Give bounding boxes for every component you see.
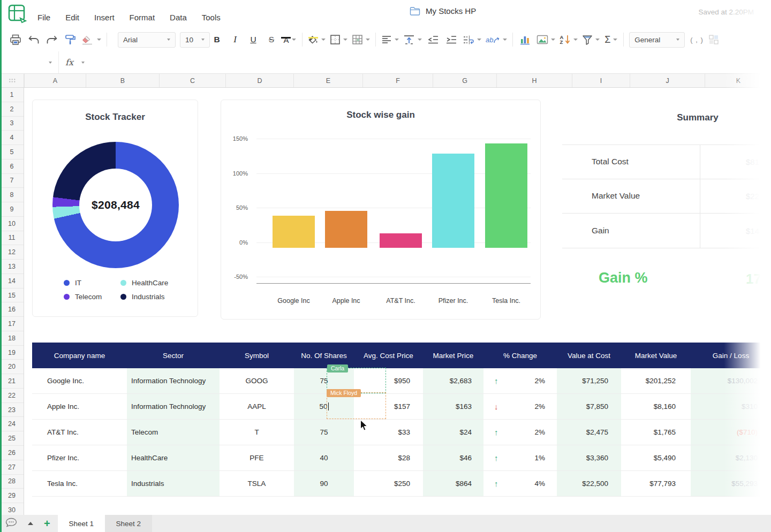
- menu-file[interactable]: File: [37, 13, 50, 22]
- cell-GOOG-company[interactable]: Google Inc.: [32, 368, 127, 394]
- increase-indent-button[interactable]: [444, 32, 458, 48]
- document-title-area[interactable]: My Stocks HP: [410, 6, 476, 16]
- column-header-H[interactable]: H: [496, 74, 572, 87]
- cell-AAPL-symbol[interactable]: AAPL: [220, 394, 294, 420]
- cell-T-shares[interactable]: 75: [294, 420, 354, 445]
- cell-TSLA-sector[interactable]: Industrials: [127, 471, 220, 497]
- table-header-company-name[interactable]: Company name: [32, 343, 127, 368]
- cell-AAPL-company[interactable]: Apple Inc.: [32, 394, 127, 420]
- cell-GOOG-market_value[interactable]: $201,252: [621, 368, 691, 394]
- cell-T-change[interactable]: ↑2%: [483, 420, 557, 445]
- cell-PFE-sector[interactable]: HealthCare: [127, 445, 220, 471]
- horizontal-align-button[interactable]: [381, 32, 399, 48]
- row-header-17[interactable]: 17: [0, 317, 24, 331]
- column-header-B[interactable]: B: [86, 74, 159, 87]
- redo-button[interactable]: [45, 32, 59, 48]
- cell-AAPL-sector[interactable]: Information Technology: [127, 394, 220, 420]
- fx-chevron-icon[interactable]: [81, 62, 85, 64]
- filter-button[interactable]: [582, 32, 600, 48]
- cell-TSLA-company[interactable]: Tesla Inc.: [32, 471, 127, 497]
- eraser-button[interactable]: [81, 32, 101, 48]
- tab-sheet-2[interactable]: Sheet 2: [105, 515, 152, 532]
- cell-AAPL-market_price[interactable]: $163: [423, 394, 483, 420]
- row-header-14[interactable]: 14: [0, 274, 24, 288]
- cell-PFE-avg_cost[interactable]: $28: [354, 445, 423, 471]
- column-header-C[interactable]: C: [159, 74, 225, 87]
- row-header-25[interactable]: 25: [0, 431, 24, 446]
- cell-AAPL-gain_loss[interactable]: $310: [691, 394, 771, 420]
- cell-PFE-market_price[interactable]: $46: [423, 445, 483, 471]
- font-size-select[interactable]: 10: [180, 32, 210, 48]
- cell-GOOG-symbol[interactable]: GOOG: [220, 368, 294, 394]
- wrap-text-button[interactable]: [463, 32, 481, 48]
- document-title[interactable]: My Stocks HP: [426, 6, 476, 16]
- formula-input[interactable]: [88, 51, 768, 73]
- row-header-2[interactable]: 2: [0, 102, 24, 117]
- row-header-11[interactable]: 11: [0, 231, 24, 246]
- bold-button[interactable]: B: [210, 32, 224, 48]
- cell-PFE-company[interactable]: Pfizer Inc.: [32, 445, 127, 471]
- cell-PFE-gain_loss[interactable]: $2,130: [691, 445, 771, 471]
- column-header-D[interactable]: D: [225, 74, 293, 87]
- underline-button[interactable]: U: [246, 32, 260, 48]
- tab-sheet-1[interactable]: Sheet 1: [58, 515, 105, 532]
- cell-PFE-shares[interactable]: 40: [294, 445, 354, 471]
- text-rotate-button[interactable]: ab: [486, 32, 507, 48]
- row-header-29[interactable]: 29: [0, 489, 24, 503]
- cell-TSLA-value_at_cost[interactable]: $22,500: [557, 471, 621, 497]
- menu-data[interactable]: Data: [170, 13, 187, 22]
- cell-GOOG-market_price[interactable]: $2,683: [423, 368, 483, 394]
- row-header-10[interactable]: 10: [0, 217, 24, 231]
- print-button[interactable]: [9, 32, 22, 48]
- cell-TSLA-shares[interactable]: 90: [294, 471, 354, 497]
- table-header--change[interactable]: % Change: [483, 343, 557, 368]
- cell-GOOG-gain_loss[interactable]: $130,002: [691, 368, 771, 394]
- stock-wise-gain-chart[interactable]: Stock wise gain 150%100%50%0%-50%Google …: [221, 100, 541, 320]
- cell-GOOG-value_at_cost[interactable]: $71,250: [557, 368, 621, 394]
- row-header-20[interactable]: 20: [0, 360, 24, 374]
- cell-T-symbol[interactable]: T: [220, 420, 294, 445]
- insert-image-button[interactable]: [536, 32, 555, 48]
- row-header-13[interactable]: 13: [0, 260, 24, 274]
- borders-button[interactable]: [330, 32, 347, 48]
- sort-button[interactable]: AZ: [560, 32, 578, 48]
- comments-icon[interactable]: [5, 518, 17, 529]
- cell-AAPL-change[interactable]: ↓2%: [483, 394, 557, 420]
- stock-tracker-chart[interactable]: Stock Tracker $208,484 ITHealthCareTelec…: [32, 100, 198, 317]
- cell-TSLA-change[interactable]: ↑4%: [483, 471, 557, 497]
- select-all-corner[interactable]: [0, 74, 24, 87]
- table-header-market-price[interactable]: Market Price: [423, 343, 483, 368]
- cell-AAPL-value_at_cost[interactable]: $7,850: [557, 394, 621, 420]
- row-header-3[interactable]: 3: [0, 117, 24, 131]
- cell-GOOG-sector[interactable]: Information Technology: [127, 368, 220, 394]
- table-header-market-value[interactable]: Market Value: [621, 343, 691, 368]
- row-header-26[interactable]: 26: [0, 446, 24, 460]
- menu-format[interactable]: Format: [130, 13, 155, 22]
- add-sheet-button[interactable]: +: [44, 518, 50, 529]
- row-header-8[interactable]: 8: [0, 188, 24, 202]
- cell-GOOG-change[interactable]: ↑2%: [483, 368, 557, 394]
- menu-edit[interactable]: Edit: [65, 13, 79, 22]
- insert-chart-button[interactable]: [518, 32, 532, 48]
- menu-tools[interactable]: Tools: [202, 13, 221, 22]
- column-header-E[interactable]: E: [293, 74, 362, 87]
- app-logo-icon[interactable]: [7, 4, 28, 25]
- cell-T-value_at_cost[interactable]: $2,475: [557, 420, 621, 445]
- paint-format-button[interactable]: [63, 32, 77, 48]
- undo-button[interactable]: [27, 32, 41, 48]
- cell-TSLA-market_price[interactable]: $864: [423, 471, 483, 497]
- column-header-F[interactable]: F: [362, 74, 433, 87]
- cell-T-gain_loss[interactable]: ($710): [691, 420, 771, 445]
- cell-T-sector[interactable]: Telecom: [127, 420, 220, 445]
- row-header-22[interactable]: 22: [0, 389, 24, 403]
- cell-TSLA-avg_cost[interactable]: $250: [354, 471, 423, 497]
- row-header-24[interactable]: 24: [0, 417, 24, 431]
- cell-PFE-symbol[interactable]: PFE: [220, 445, 294, 471]
- row-header-1[interactable]: 1: [0, 88, 24, 102]
- font-family-select[interactable]: Arial: [118, 32, 176, 48]
- column-header-I[interactable]: I: [572, 74, 630, 87]
- row-header-19[interactable]: 19: [0, 346, 24, 360]
- text-color-button[interactable]: A: [283, 32, 297, 48]
- table-header-sector[interactable]: Sector: [127, 343, 220, 368]
- table-header-value-at-cost[interactable]: Value at Cost: [557, 343, 621, 368]
